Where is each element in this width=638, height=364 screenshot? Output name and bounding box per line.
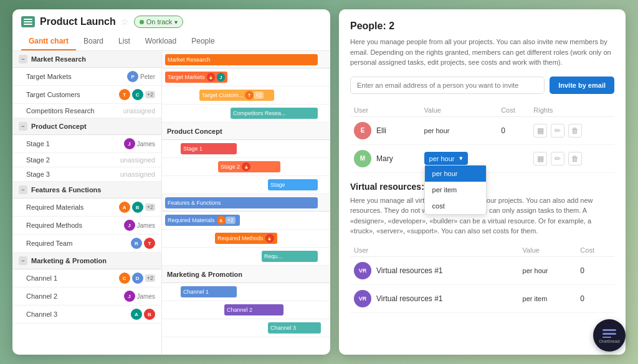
section-label-market: Market Research — [31, 55, 86, 63]
gantt-row-stage1: Stage 1 — [162, 140, 330, 158]
svg-rect-2 — [24, 24, 32, 25]
gantt-bar-target-customers[interactable]: Target Custom... T +2 — [199, 90, 274, 101]
virtual-resources-table: User Value Cost VR Virtual resources #1 … — [350, 244, 614, 313]
vr-value-1: per hour — [523, 267, 548, 274]
cost-elli: 0 — [501, 126, 505, 135]
col-cost: Cost — [497, 104, 530, 117]
vr-value-2: per item — [523, 295, 548, 302]
tab-workload[interactable]: Workload — [138, 33, 184, 50]
gantt-row-req-team: Requ... — [162, 248, 330, 266]
col-user: User — [350, 104, 421, 117]
task-stage1: Stage 1 J James — [12, 135, 161, 153]
task-target-markets: Target Markets P Peter — [12, 68, 161, 86]
task-stage2: Stage 2 unassigned — [12, 153, 161, 167]
assignee-req-meth: J James — [124, 220, 155, 231]
avatar-rm2: B — [132, 202, 143, 213]
gantt-bar-stage1[interactable]: Stage 1 — [181, 143, 237, 154]
gantt-row-market-header: Market Research — [162, 51, 330, 68]
virtual-user-cell-2: VR Virtual resources #1 — [354, 290, 515, 307]
svg-rect-4 — [602, 333, 616, 335]
vr-avatar-2: VR — [354, 290, 371, 307]
dropdown-popup-mary: per hour per item cost — [424, 165, 487, 215]
people-panel: People: 2 Here you manage people from al… — [339, 9, 626, 355]
virtual-row-1: VR Virtual resources #1 per hour 0 — [350, 256, 614, 284]
gantt-bar-channel2[interactable]: Channel 2 — [224, 304, 283, 315]
vcol-cost: Cost — [576, 244, 614, 257]
edit-icon-mary[interactable]: ✏ — [551, 152, 564, 166]
calendar-icon-elli[interactable]: ▦ — [533, 124, 547, 138]
gantt-bar-channel1[interactable]: Channel 1 — [181, 286, 237, 297]
onethread-label: Onethread — [599, 339, 619, 343]
dropdown-item-per-hour[interactable]: per hour — [425, 166, 486, 182]
avatar-rm1: A — [119, 202, 130, 213]
dropdown-item-cost[interactable]: cost — [425, 198, 486, 214]
col-rights: Rights — [530, 104, 614, 117]
assignee-ch3: A B — [131, 309, 155, 320]
svg-rect-3 — [602, 329, 616, 331]
vr-name-2: Virtual resources #1 — [376, 294, 443, 303]
tab-board[interactable]: Board — [76, 33, 111, 50]
gantt-bar-channel3[interactable]: Channel 3 — [268, 322, 321, 334]
tab-people[interactable]: People — [184, 33, 222, 50]
section-toggle-features[interactable]: − — [19, 185, 27, 194]
action-icons-elli: ▦ ✏ 🗑 — [533, 124, 611, 138]
gantt-bar-stage3[interactable]: Stage — [268, 179, 318, 190]
vcol-value: Value — [519, 244, 577, 257]
dropdown-selected-mary: per hour — [429, 155, 455, 162]
edit-icon-elli[interactable]: ✏ — [551, 124, 564, 138]
gantt-bar-required-team[interactable]: Requ... — [262, 251, 318, 262]
task-required-methods: Required Methods J James — [12, 217, 161, 235]
avatar-rt1: R — [131, 238, 142, 249]
avatar-ch1b: D — [132, 273, 143, 284]
section-features-functions: − Features & Functions — [12, 182, 161, 198]
gantt-bar-required-materials[interactable]: Required Materials A +2 — [165, 215, 240, 226]
delete-icon-mary[interactable]: 🗑 — [568, 152, 582, 166]
gantt-row-req-mat: Required Materials A +2 — [162, 212, 330, 230]
gantt-bar-target-markets[interactable]: Target Markets 🔥 J — [165, 72, 227, 83]
gantt-bar-competitors[interactable]: Competitors Resea... — [231, 108, 318, 119]
invite-email-input[interactable] — [350, 77, 545, 94]
user-name-elli: Elli — [376, 126, 386, 135]
gantt-content: − Market Research Target Markets P Peter… — [12, 51, 330, 355]
delete-icon-elli[interactable]: 🗑 — [568, 124, 582, 138]
panel-header: Product Launch ☆ On track Gantt chart Bo… — [12, 9, 330, 51]
status-badge[interactable]: On track — [134, 16, 184, 28]
gantt-bar-market-research[interactable]: Market Research — [165, 54, 318, 65]
vr-name-1: Virtual resources #1 — [376, 266, 443, 275]
section-toggle-concept[interactable]: − — [19, 122, 27, 131]
gantt-label-marketing: Marketing & Promotion — [162, 271, 242, 278]
vr-avatar-1: VR — [354, 262, 371, 279]
gantt-row-channel1: Channel 1 — [162, 283, 330, 301]
avatar-james2: J — [124, 220, 135, 231]
section-label-marketing: Marketing & Promotion — [31, 257, 107, 264]
invite-by-email-button[interactable]: Invite by email — [550, 77, 614, 94]
section-toggle-market[interactable]: − — [19, 55, 27, 63]
avatar-ch3b: B — [144, 309, 155, 320]
task-target-customers: Target Customers T C +2 — [12, 86, 161, 104]
star-icon[interactable]: ☆ — [121, 17, 129, 27]
avatar-tc2: C — [132, 89, 143, 100]
tab-gantt-chart[interactable]: Gantt chart — [21, 33, 76, 50]
assignee-req-team: R T — [131, 238, 155, 249]
section-label-concept: Product Concept — [31, 123, 87, 130]
dropdown-item-per-item[interactable]: per item — [425, 182, 486, 198]
section-marketing-promotion: − Marketing & Promotion — [12, 253, 161, 269]
tab-list[interactable]: List — [111, 33, 138, 50]
gantt-bar-stage2[interactable]: Stage 2 🔥 — [218, 161, 280, 172]
gantt-row-req-meth: Required Methods 🔥 — [162, 230, 330, 248]
svg-rect-5 — [602, 337, 611, 338]
avatar-ch3a: A — [131, 309, 142, 320]
gantt-row-competitors: Competitors Resea... — [162, 105, 330, 123]
section-toggle-marketing[interactable]: − — [19, 256, 27, 265]
gantt-bar-features-functions[interactable]: Features & Functions — [165, 197, 318, 208]
gantt-row-concept-header: Product Concept — [162, 123, 330, 140]
gantt-label-concept: Product Concept — [162, 128, 222, 135]
value-dropdown-mary[interactable]: per hour ▾ — [424, 152, 468, 165]
gantt-bar-required-methods[interactable]: Required Methods 🔥 — [215, 233, 277, 244]
calendar-icon-mary[interactable]: ▦ — [533, 152, 547, 166]
person-row-elli: E Elli per hour 0 ▦ ✏ 🗑 — [350, 116, 614, 144]
assignee-target-markets: P Peter — [127, 71, 155, 82]
avatar-tc1: T — [119, 89, 130, 100]
onethread-badge[interactable]: Onethread — [593, 319, 626, 352]
gantt-row-channel3: Channel 3 — [162, 319, 330, 337]
